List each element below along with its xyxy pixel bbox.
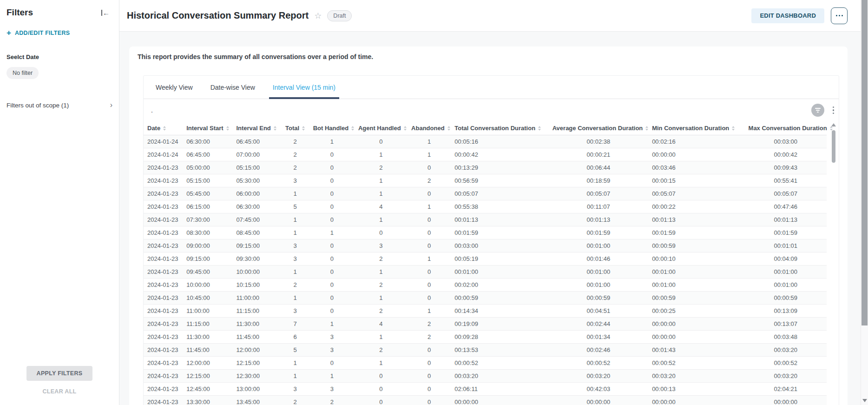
table-cell: 00:02:16 [648, 135, 744, 148]
table-cell: 0 [408, 187, 451, 200]
table-cell: 00:00:52 [549, 357, 648, 370]
sort-icon [274, 126, 276, 131]
table-cell: 3 [355, 239, 408, 252]
table-row: 2024-01-2309:15:0009:30:00302100:05:1900… [144, 252, 827, 266]
clear-all-button[interactable]: CLEAR ALL [0, 388, 119, 395]
table-cell: 05:00:00 [183, 161, 232, 174]
table-scrollbar-thumb[interactable] [832, 130, 835, 163]
table-cell: 6 [281, 331, 309, 344]
table-row: 2024-01-2307:30:0007:45:00101000:01:1300… [144, 213, 827, 226]
table-cell: 00:03:20 [451, 370, 548, 383]
scroll-up-icon[interactable] [831, 123, 836, 126]
table-cell: 13:45:00 [232, 396, 281, 405]
table-cell: 2 [355, 344, 408, 357]
filters-sidebar: Filters ← + ADD/EDIT FILTERS Seelct Date… [0, 0, 119, 405]
table-cell: 06:30:00 [183, 135, 232, 148]
column-header-total-conversation-duration[interactable]: Total Conversation Duration [451, 121, 548, 135]
table-scrollbar[interactable] [831, 123, 836, 405]
table-cell: 2 [355, 305, 408, 318]
table-cell: 00:13:09 [745, 305, 827, 318]
column-header-interval-start[interactable]: Interval Start [183, 121, 232, 135]
table-cell: 00:05:07 [549, 187, 648, 200]
table-cell: 2 [408, 318, 451, 331]
table-cell: 2024-01-23 [144, 279, 183, 292]
table-cell: 2 [281, 279, 309, 292]
table-cell: 00:01:13 [745, 213, 827, 226]
table-cell: 11:00:00 [183, 305, 232, 318]
table-cell: 4 [355, 200, 408, 213]
table-cell: 00:55:38 [451, 200, 548, 213]
table-cell: 1 [309, 318, 355, 331]
table-cell: 00:01:13 [451, 213, 548, 226]
table-row: 2024-01-2406:45:0007:00:00201100:00:4200… [144, 148, 827, 161]
table-row: 2024-01-2312:15:0012:30:00110000:03:2000… [144, 370, 827, 383]
sort-icon [645, 126, 648, 131]
table-cell: 00:01:43 [648, 344, 744, 357]
table-cell: 3 [281, 383, 309, 396]
table-row: 2024-01-2312:45:0013:00:00330002:06:1100… [144, 383, 827, 396]
table-cell: 11:15:00 [183, 318, 232, 331]
table-cell: 0 [309, 252, 355, 266]
column-header-bot-handled[interactable]: Bot Handled [309, 121, 355, 135]
table-cell: 0 [408, 279, 451, 292]
page-scrollbar[interactable] [861, 0, 868, 405]
table-cell: 2024-01-23 [144, 305, 183, 318]
table-cell: 0 [408, 239, 451, 252]
column-header-total[interactable]: Total [281, 121, 309, 135]
table-cell: 1 [281, 187, 309, 200]
table-cell: 00:06:44 [549, 161, 648, 174]
page-scrollbar-thumb[interactable] [861, 0, 868, 325]
column-header-average-conversation-duration[interactable]: Average Conversation Duration [549, 121, 648, 135]
apply-filters-button[interactable]: APPLY FILTERS [26, 366, 93, 381]
table-cell: 00:01:00 [549, 266, 648, 279]
table-cell: 00:00:42 [745, 148, 827, 161]
scroll-down-icon[interactable] [862, 399, 867, 402]
table-cell: 00:03:00 [451, 239, 548, 252]
table-cell: 12:45:00 [183, 383, 232, 396]
table-cell: 0 [355, 396, 408, 405]
table-cell: 0 [408, 161, 451, 174]
table-cell: 1 [408, 148, 451, 161]
column-header-min-conversation-duration[interactable]: Min Conversation Duration [648, 121, 744, 135]
column-header-max-conversation-duration[interactable]: Max Conversation Duration [745, 121, 827, 135]
table-cell: 11:30:00 [232, 318, 281, 331]
table-cell: 00:00:00 [549, 396, 648, 405]
star-icon[interactable]: ☆ [314, 12, 322, 20]
table-cell: 00:05:19 [451, 252, 548, 266]
table-cell: 00:56:59 [451, 174, 548, 187]
edit-dashboard-button[interactable]: EDIT DASHBOARD [751, 8, 824, 23]
filters-out-of-scope-row[interactable]: Filters out of scope (1) › [0, 79, 119, 109]
column-header-date[interactable]: Date [144, 121, 183, 135]
table-cell: 0 [408, 292, 451, 305]
column-header-interval-end[interactable]: Interval End [232, 121, 281, 135]
table-cell: 00:03:20 [648, 370, 744, 383]
tab-date-wise-view[interactable]: Date-wise View [209, 76, 257, 99]
collapse-sidebar-icon[interactable]: ← [101, 9, 110, 16]
status-badge: Draft [327, 10, 352, 21]
sort-icon [404, 126, 407, 131]
table-cell: 00:00:10 [648, 252, 744, 266]
table-filter-icon[interactable] [811, 104, 824, 117]
table-cell: 06:45:00 [183, 148, 232, 161]
column-header-abandoned[interactable]: Abandoned [408, 121, 451, 135]
tab-interval-view[interactable]: Interval View (15 min) [271, 76, 337, 99]
tab-weekly-view[interactable]: Weekly View [154, 76, 195, 99]
table-cell: 06:15:00 [183, 200, 232, 213]
table-cell: 00:01:59 [549, 226, 648, 239]
ellipsis-horizontal-icon[interactable] [831, 7, 848, 24]
column-header-agent-handled[interactable]: Agent Handled [355, 121, 408, 135]
table-cell: 00:03:20 [745, 370, 827, 383]
table-cell: 00:03:20 [549, 370, 648, 383]
table-cell: 00:13:07 [745, 318, 827, 331]
table-cell: 10:15:00 [232, 279, 281, 292]
add-edit-filters-button[interactable]: + ADD/EDIT FILTERS [0, 18, 119, 37]
table-cell: 12:15:00 [232, 357, 281, 370]
table-cell: 10:00:00 [232, 266, 281, 279]
table-cell: 1 [355, 148, 408, 161]
table-cell: 0 [309, 148, 355, 161]
table-cell: 00:55:41 [745, 174, 827, 187]
table-cell: 0 [309, 357, 355, 370]
kebab-vertical-icon[interactable] [831, 105, 836, 116]
table-cell: 00:05:07 [745, 187, 827, 200]
table-cell: 0 [408, 213, 451, 226]
